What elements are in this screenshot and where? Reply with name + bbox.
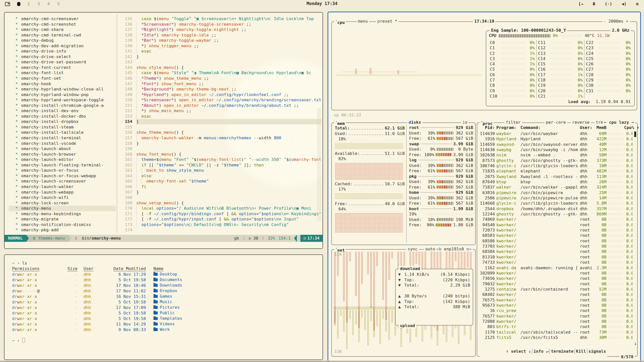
process-row[interactable]: 1162avahi-daavahi-daemon: running [avahi… xyxy=(479,265,633,270)
code-line[interactable]: ▏ local options="♪ Audio\n≋ Wifi\nɃ Blue… xyxy=(136,206,321,211)
workspace-4[interactable]: 4 xyxy=(47,1,50,7)
code-line[interactable]: ▏ *Screensaver*) omarchy-toggle-screensa… xyxy=(136,22,321,27)
code-line[interactable]: ▏ [ -f ~/.config/hypr/input.conf ] && op… xyxy=(136,216,321,222)
scrollbar-thumb[interactable] xyxy=(634,131,636,137)
file-list-item[interactable]: *omarchy-lock-screen xyxy=(12,200,116,206)
process-row[interactable]: 94540kworker/root0B0.0 xyxy=(479,222,633,228)
code-line[interactable]: ▏ *) show_main_menu ;; xyxy=(136,108,321,114)
file-row[interactable]: drwxr-xr-x-dhh11 Nov 14:29Videos xyxy=(12,321,317,327)
process-row[interactable]: 76577kworker/root0B0.0 xyxy=(479,313,633,319)
process-row[interactable]: 68402kworker/root0B0.0 xyxy=(479,292,633,297)
menu-tab[interactable]: menu xyxy=(356,19,369,24)
file-list-item[interactable]: *omarchy-install-terminal xyxy=(12,135,116,141)
code-line[interactable]: ▏ *Nightlight*) omarchy-toggle-nightligh… xyxy=(136,27,321,32)
process-row[interactable]: 2075XwaylandXwayland :1 -rootless -dhh11… xyxy=(479,174,633,179)
code-line[interactable]: ▏ *Background*) omarchy-theme-bg-next ;; xyxy=(136,86,321,92)
file-list-item[interactable]: *omarchy-drive-info xyxy=(12,49,116,54)
file-list-item[interactable]: *omarchy-launch-floating-terminal- xyxy=(12,162,116,168)
code-line[interactable]: ▏ theme=$(menu "Font" "$(omarchy-font-li… xyxy=(136,157,321,162)
process-row[interactable]: 71835elephantelephantdhh401M0.0 xyxy=(479,168,633,174)
process-row[interactable]: 106746glycin-i/usr/lib/glycin-loadersdhh… xyxy=(479,163,633,168)
process-row[interactable]: 76575kworker/root0B0.0 xyxy=(479,297,633,303)
process-row[interactable]: 1916HyprlandHyprlanddhh422M0.0 xyxy=(479,136,633,142)
file-list-item[interactable]: *omarchy-launch-walker xyxy=(12,184,116,190)
signals-button[interactable]: signals xyxy=(588,349,606,354)
scroll-down-icon[interactable]: ↓ xyxy=(634,341,637,346)
file-list-item[interactable]: *omarchy-hyprland-window-close-all xyxy=(12,86,116,92)
process-row[interactable]: 68586kworker/root0B0.0 xyxy=(479,238,633,244)
process-row[interactable]: 102099kworker/root0B0.0 xyxy=(479,270,633,276)
shell-prompt-line[interactable]: ~ › xyxy=(12,338,317,343)
code-line[interactable] xyxy=(136,146,321,152)
process-row[interactable]: 73656kworker/root0B0.0 xyxy=(479,276,633,281)
process-row[interactable]: 79032kworker/root0B0.0 xyxy=(479,281,633,287)
file-list-item[interactable]: *omarchy-launch-webapp xyxy=(12,190,116,195)
workspace-5[interactable]: 5 xyxy=(57,1,60,7)
process-row[interactable]: 87573ghostty/usr/bin/ghostty --gtk-dhh37… xyxy=(479,158,633,163)
process-row[interactable]: 114630swaybg/usr/bin/swaybg -i /homdhh12… xyxy=(479,147,633,152)
code-line[interactable]: ▏ *Font*) show_font_menu ;; xyxy=(136,81,321,87)
cpu-chip-icon[interactable]: ⊞ xyxy=(636,1,638,7)
code-line[interactable]: } xyxy=(136,141,321,146)
file-list-item[interactable]: *omarchy-install-tailscale xyxy=(12,130,116,135)
file-list-item[interactable]: *omarchy-drive-set-password xyxy=(12,59,116,65)
process-row[interactable]: 1170tailscal/usr/sbin/tailscaled --root7… xyxy=(479,330,633,335)
file-list-item[interactable]: *omarchy-font-current xyxy=(12,65,116,70)
process-row[interactable]: 2125fcitx5/usr/bin/fcitx5dhh30M0.0 xyxy=(479,335,633,340)
update-interval[interactable]: - 2000ms + xyxy=(602,19,630,24)
code-line[interactable]: show_setup_menu() { xyxy=(136,200,321,206)
file-list-item[interactable]: *omarchy-pkg-add xyxy=(12,227,116,233)
code-line[interactable]: ▏ esac xyxy=(136,114,321,119)
process-row[interactable]: 74733kworker/root0B0.0 xyxy=(479,260,633,265)
file-list-item[interactable]: *omarchy-launch-browser xyxy=(12,152,116,157)
workspace-2[interactable]: 2 xyxy=(27,1,30,7)
per-core-tab[interactable]: per-core xyxy=(545,120,567,125)
file-row[interactable]: drwxr-xr-x-dhh16 Nov 15:31Games xyxy=(12,294,317,299)
file-list-item[interactable]: *omarchy-cmd-share xyxy=(12,27,116,32)
code-line[interactable]: show_style_menu() { xyxy=(136,65,321,70)
code-line[interactable]: ▏ *Screensaver*) open_in_editor ~/.confi… xyxy=(136,97,321,103)
code-line[interactable]: ▏ if [[ "$theme" == "CNCLD" || -z "$them… xyxy=(136,162,321,168)
file-list-item[interactable]: *omarchy-launch-screensaver xyxy=(12,178,116,184)
file-list-item[interactable]: *omarchy-cmd-screensaver xyxy=(12,16,116,22)
process-row[interactable]: 72073kworker/root0B0.0 xyxy=(479,228,633,233)
file-row[interactable]: drwxr-xr-x-dhh 6 Nov 17:29Desktop xyxy=(12,272,317,277)
code-line[interactable]: ▏ fi xyxy=(136,184,321,190)
file-list-item[interactable]: *omarchy-migrate xyxy=(12,216,116,222)
file-list-item[interactable]: *omarchy-launch-or-focus xyxy=(12,168,116,173)
process-row[interactable]: 102638nvimnvim --embed .dhh58M0.0 xyxy=(479,152,633,158)
process-row[interactable]: 114668glycin-i/usr/lib/glycin-loadersdhh… xyxy=(479,201,633,206)
file-list-item[interactable]: *omarchy-drive-select xyxy=(12,54,116,60)
process-row[interactable]: 74869kworker/root0B0.0 xyxy=(479,217,633,222)
file-list-item[interactable]: *omarchy-install-steam xyxy=(12,124,116,130)
process-row[interactable]: 114639waybar/usr/bin/waybardhh69M0.0 xyxy=(479,131,633,136)
file-list-item[interactable]: *omarchy-install-docker-dbs xyxy=(12,114,116,119)
code-line[interactable]: ▏ ▏ omarchy-font-set "$theme" xyxy=(136,178,321,184)
code-line[interactable] xyxy=(136,195,321,200)
code-line[interactable]: } xyxy=(136,119,321,124)
code-line[interactable] xyxy=(136,124,321,130)
cpu-box-title[interactable]: ¹cpu xyxy=(334,19,346,25)
process-row[interactable]: 71837walker/usr/bin/walker --gappldhh324… xyxy=(479,185,633,190)
code-line[interactable]: ▏ esac xyxy=(136,49,321,54)
process-row[interactable]: 68584kworker/root0B0.0 xyxy=(479,249,633,254)
file-row[interactable]: drwxr-xr-x-dhh 9 Nov 08:33Work xyxy=(12,327,317,332)
code-line[interactable]: ▏ *) show_trigger_menu ;; xyxy=(136,43,321,49)
window-manager-icon[interactable] xyxy=(5,2,10,6)
process-row[interactable]: 1275containe/usr/bin/containerdroot52M0.… xyxy=(479,287,633,292)
file-list-item[interactable]: *omarchy-debug xyxy=(12,38,116,43)
code-line[interactable]: ▏ omarchy-launch-walker -m menus:omarchy… xyxy=(136,135,321,141)
select-button[interactable]: select xyxy=(511,349,526,354)
workspace-1-active[interactable] xyxy=(17,2,20,6)
pane-separator[interactable] xyxy=(117,14,117,233)
file-list-item[interactable]: *omarchy-font-list xyxy=(12,70,116,76)
code-line[interactable]: ▏ *Idle*) omarchy-toggle-idle ;; xyxy=(136,32,321,38)
code-line[interactable] xyxy=(136,59,321,65)
code-line[interactable]: ▏ *Bar*) omarchy-toggle-waybar ;; xyxy=(136,38,321,43)
file-list-item[interactable]: *omarchy-font-set xyxy=(12,76,116,81)
code-line[interactable]: ▏ *Theme*) show_theme_menu ;; xyxy=(136,76,321,81)
file-list-item[interactable]: *omarchy-cmd-screenshot xyxy=(12,22,116,27)
workspace-3[interactable]: 3 xyxy=(37,1,40,7)
code-line[interactable]: ▏ options="$options\n▢ Defaults\n@ DNS\n… xyxy=(136,222,321,228)
reverse-tab[interactable]: reverse xyxy=(571,120,591,125)
